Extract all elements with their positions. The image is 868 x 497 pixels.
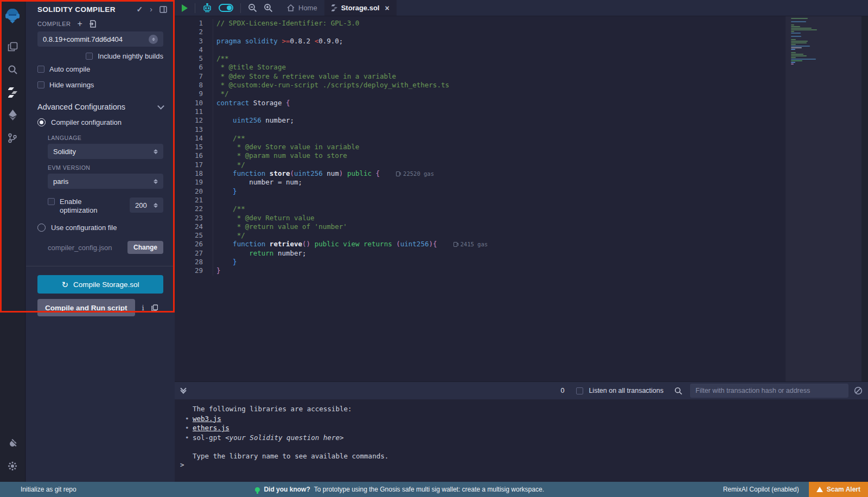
compile-button[interactable]: ↻ Compile Storage.sol <box>37 275 163 294</box>
code-line: 4 <box>175 46 868 54</box>
pin-panel-icon[interactable] <box>159 6 167 13</box>
code-line: 16 * @param num value to store <box>175 151 868 160</box>
listen-transactions-label: Listen on all transactions <box>589 387 663 394</box>
copilot-toggle[interactable] <box>219 4 233 12</box>
transaction-count: 0 <box>560 387 564 394</box>
optimization-runs-input[interactable]: 200 <box>130 197 163 213</box>
solidity-compiler-icon <box>8 87 17 98</box>
include-nightly-checkbox[interactable] <box>86 53 93 60</box>
expand-terminal-icon[interactable] <box>181 388 186 393</box>
terminal-intro: The following libraries are accessible: <box>193 404 868 414</box>
sidebar-item-settings[interactable] <box>0 455 25 477</box>
line-number: 4 <box>175 46 203 54</box>
minimap[interactable] <box>786 16 861 381</box>
sidebar-item-solidity-compiler[interactable] <box>0 81 25 104</box>
compiler-configuration-radio[interactable] <box>37 118 46 126</box>
compiler-version-select[interactable]: 0.8.19+commit.7dd6d404 <box>37 31 163 47</box>
editor-tabbar: Home Storage.sol × <box>175 0 868 16</box>
panel-title: SOLIDITY COMPILER <box>37 5 130 14</box>
line-number: 18 <box>175 169 203 178</box>
runs-stepper-icon[interactable] <box>154 203 158 208</box>
language-select[interactable]: Solidity <box>48 144 163 159</box>
info-icon[interactable]: i <box>142 304 144 312</box>
code-line: 5/** <box>175 54 868 63</box>
enable-optimization-label: Enable optimization <box>60 197 106 215</box>
import-compiler-icon[interactable] <box>89 20 96 28</box>
code-line: 7 * @dev Store & retrieve value in a var… <box>175 72 868 81</box>
library-link[interactable]: ethers.js <box>193 424 229 432</box>
hide-warnings-checkbox[interactable] <box>37 81 44 88</box>
hide-warnings-label: Hide warnings <box>49 81 94 89</box>
library-link[interactable]: web3.js <box>193 415 221 423</box>
close-tab-icon[interactable]: × <box>385 4 389 12</box>
compiler-configuration-label: Compiler configuration <box>51 118 122 126</box>
line-number: 27 <box>175 249 203 258</box>
compile-and-run-button[interactable]: Compile and Run script <box>37 299 135 316</box>
change-config-button[interactable]: Change <box>127 241 163 254</box>
language-caret-icon <box>154 149 158 154</box>
tab-storage-label: Storage.sol <box>341 4 380 12</box>
compiler-version-value: 0.8.19+commit.7dd6d404 <box>43 35 123 43</box>
code-line: 19 number = num; <box>175 178 868 187</box>
sidebar-item-search[interactable] <box>0 58 25 81</box>
copilot-status[interactable]: RemixAI Copilot (enabled) <box>723 486 799 493</box>
code-line: 15 * @dev Store value in variable <box>175 143 868 151</box>
transaction-filter-input[interactable] <box>690 384 848 398</box>
advanced-configurations-toggle[interactable]: Advanced Configurations <box>26 93 175 116</box>
code-line: 9 */ <box>175 90 868 98</box>
run-script-button[interactable] <box>182 4 188 12</box>
code-line: 18 function store(uint256 num) public {2… <box>175 169 868 178</box>
version-caret-icon <box>149 35 158 44</box>
remix-logo[interactable] <box>0 4 25 28</box>
editor-scrollbar[interactable] <box>861 16 868 381</box>
zoom-out-icon[interactable] <box>248 3 257 12</box>
sidebar-item-plugin-manager[interactable] <box>0 432 25 455</box>
enable-optimization-checkbox[interactable] <box>48 198 55 205</box>
main-area: Home Storage.sol × 1// SPDX-License-Iden… <box>175 0 868 482</box>
optimization-runs-value: 200 <box>135 201 147 209</box>
terminal-prompt[interactable]: > <box>180 461 184 469</box>
line-number: 17 <box>175 161 203 169</box>
sidebar-item-file-explorer[interactable] <box>0 35 25 58</box>
file-explorer-icon <box>8 42 18 52</box>
clear-console-icon[interactable] <box>854 386 863 395</box>
terminal-library-item: •sol-gpt <your Solidity question here> <box>193 433 868 443</box>
line-number: 5 <box>175 54 203 63</box>
line-number: 28 <box>175 258 203 266</box>
sidebar-item-git[interactable] <box>0 126 25 149</box>
line-number: 11 <box>175 107 203 116</box>
lightbulb-icon <box>255 487 260 492</box>
code-editor[interactable]: 1// SPDX-License-Identifier: GPL-3.023pr… <box>175 16 868 381</box>
tab-home[interactable]: Home <box>280 0 324 16</box>
listen-transactions-checkbox[interactable] <box>576 387 583 394</box>
chevron-down-icon <box>157 103 164 110</box>
remix-ide-window: SOLIDITY COMPILER ✓ › COMPILER + 0.8.19+… <box>0 0 868 497</box>
line-number: 29 <box>175 266 203 275</box>
gear-icon <box>8 461 17 471</box>
compile-button-label: Compile Storage.sol <box>73 281 139 289</box>
line-number: 3 <box>175 37 203 46</box>
use-configuration-file-radio[interactable] <box>37 224 46 232</box>
sidebar-item-deploy-and-run[interactable] <box>0 104 25 126</box>
tab-storage-sol[interactable]: Storage.sol × <box>324 0 397 16</box>
copy-icon[interactable] <box>151 304 158 311</box>
auto-compile-checkbox[interactable] <box>37 66 44 73</box>
code-line: 1// SPDX-License-Identifier: GPL-3.0 <box>175 19 868 28</box>
zoom-in-icon[interactable] <box>264 3 273 12</box>
search-icon <box>8 65 18 75</box>
chevron-right-icon[interactable]: › <box>150 5 152 14</box>
code-line: 26 function retrieve() public view retur… <box>175 240 868 248</box>
evm-version-select[interactable]: paris <box>48 174 163 189</box>
did-you-know-label: Did you know? <box>264 486 310 493</box>
code-line: 10contract Storage { <box>175 99 868 107</box>
terminal[interactable]: The following libraries are accessible: … <box>175 399 868 482</box>
add-compiler-icon[interactable]: + <box>77 21 82 27</box>
evm-version-label: EVM VERSION <box>26 159 175 174</box>
code-line: 20 } <box>175 187 868 196</box>
scam-alert-badge[interactable]: Scam Alert <box>809 482 868 497</box>
git-init-button[interactable]: Initialize as git repo <box>0 486 76 493</box>
config-filename[interactable]: compiler_config.json <box>48 244 112 252</box>
code-line: 24 * @return value of 'number' <box>175 222 868 231</box>
terminal-search-icon <box>674 387 682 395</box>
ai-copilot-icon[interactable] <box>202 3 212 12</box>
